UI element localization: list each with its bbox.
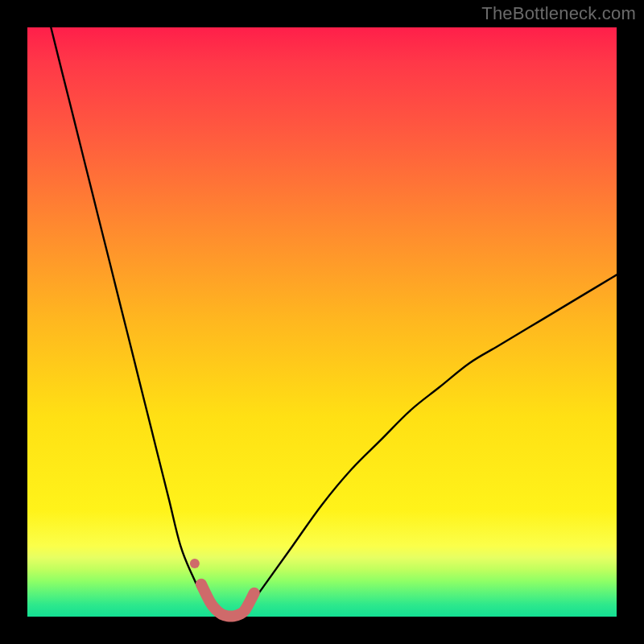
watermark-text: TheBottleneck.com — [481, 3, 636, 24]
optimal-marker-dot — [190, 559, 200, 568]
chart-frame: TheBottleneck.com — [0, 0, 644, 644]
plot-area — [27, 27, 617, 617]
optimal-marker — [201, 584, 254, 617]
bottleneck-curve — [27, 27, 617, 617]
curve-path — [51, 27, 617, 617]
